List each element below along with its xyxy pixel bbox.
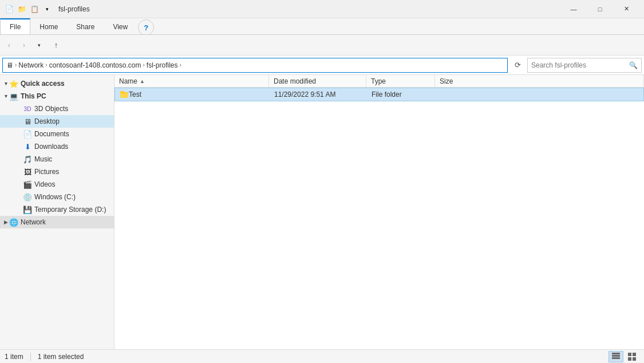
3d-objects-label: 3D Objects — [34, 105, 68, 113]
file-name: Test — [129, 90, 141, 98]
selected-count: 1 item selected — [38, 353, 84, 361]
sidebar-item-desktop[interactable]: 🖥 Desktop — [0, 115, 114, 128]
sort-name[interactable]: Name ▲ — [114, 75, 269, 87]
search-box[interactable]: 🔍 — [527, 58, 642, 73]
sidebar-item-windows-c[interactable]: 💿 Windows (C:) — [0, 191, 114, 203]
sort-type[interactable]: Type — [366, 75, 435, 87]
large-icons-view-button[interactable] — [625, 351, 639, 362]
title-bar: 📄 📁 📋 ▾ fsl-profiles — □ ✕ — [0, 0, 644, 18]
path-computer-icon[interactable]: 🖥 — [6, 61, 13, 69]
expand-arrow-quick-access: ▾ — [2, 80, 9, 87]
table-row[interactable]: Test 11/29/2022 9:51 AM File folder — [114, 88, 644, 101]
svg-rect-2 — [612, 357, 620, 359]
svg-rect-1 — [612, 355, 620, 357]
sidebar-item-videos[interactable]: 🎬 Videos — [0, 178, 114, 191]
network-icon: 🌐 — [9, 218, 18, 227]
expand-arrow-network: ▶ — [2, 219, 9, 226]
path-share[interactable]: fsl-profiles — [147, 61, 178, 69]
this-pc-icon: 💻 — [9, 92, 18, 101]
minimize-button[interactable]: — — [560, 0, 587, 18]
path-network[interactable]: Network — [18, 61, 44, 69]
file-name-cell: Test — [115, 90, 270, 99]
ribbon-tabs: File Home Share View ? — [0, 18, 644, 34]
file-type-cell: File folder — [367, 90, 436, 98]
svg-rect-5 — [628, 357, 631, 361]
downloads-icon: ⬇ — [23, 142, 32, 151]
maximize-button[interactable]: □ — [587, 0, 613, 18]
folder-icon — [120, 90, 129, 99]
forward-button[interactable]: › — [17, 37, 31, 53]
documents-label: Documents — [34, 130, 69, 138]
sidebar-item-temp-storage[interactable]: 💾 Temporary Storage (D:) — [0, 203, 114, 216]
downloads-label: Downloads — [34, 143, 68, 151]
back-button[interactable]: ‹ — [2, 37, 16, 53]
address-bar: 🖥 › Network › contosoanf-1408.contoso.co… — [0, 56, 644, 75]
tab-view[interactable]: View — [104, 18, 137, 34]
view-buttons — [609, 351, 639, 362]
sort-size[interactable]: Size — [435, 75, 644, 87]
up-button[interactable]: ↑ — [49, 37, 63, 53]
pictures-label: Pictures — [34, 168, 59, 176]
refresh-button[interactable]: ⟳ — [510, 58, 525, 73]
windows-c-label: Windows (C:) — [34, 193, 76, 201]
3d-objects-icon: 3D — [23, 104, 32, 113]
quick-access-icon: ⭐ — [9, 79, 18, 88]
quick-access-label: Quick access — [21, 80, 65, 88]
sidebar-item-pictures[interactable]: 🖼 Pictures — [0, 165, 114, 178]
svg-rect-6 — [633, 357, 636, 361]
file-list: Test 11/29/2022 9:51 AM File folder — [114, 88, 644, 349]
window-controls: — □ ✕ — [560, 0, 639, 18]
sort-arrow-name: ▲ — [140, 78, 145, 84]
tab-home[interactable]: Home — [30, 18, 67, 34]
svg-rect-0 — [612, 353, 620, 354]
music-label: Music — [34, 155, 52, 163]
sidebar-item-3d-objects[interactable]: 3D 3D Objects — [0, 102, 114, 115]
music-icon: 🎵 — [23, 155, 32, 164]
column-headers: Name ▲ Date modified Type Size — [114, 75, 644, 88]
sidebar-item-network[interactable]: ▶ 🌐 Network — [0, 216, 114, 228]
windows-c-icon: 💿 — [23, 192, 32, 202]
sidebar: ▾ ⭐ Quick access ▾ 💻 This PC 3D 3D Objec… — [0, 75, 114, 349]
videos-label: Videos — [34, 180, 55, 188]
close-button[interactable]: ✕ — [613, 0, 639, 18]
recent-locations-button[interactable]: ▾ — [32, 37, 46, 53]
large-icons-view-icon — [628, 353, 636, 361]
pictures-icon: 🖼 — [23, 167, 32, 176]
details-view-button[interactable] — [609, 351, 623, 362]
file-date-cell: 11/29/2022 9:51 AM — [270, 90, 367, 98]
svg-rect-4 — [633, 353, 636, 356]
status-separator — [30, 353, 31, 361]
item-count: 1 item — [5, 353, 23, 361]
address-path[interactable]: 🖥 › Network › contosoanf-1408.contoso.co… — [2, 58, 508, 73]
sort-date-modified[interactable]: Date modified — [269, 75, 366, 87]
sidebar-item-downloads[interactable]: ⬇ Downloads — [0, 140, 114, 153]
clipboard-icon: 📋 — [30, 5, 39, 14]
temp-storage-icon: 💾 — [23, 205, 32, 214]
main-area: ▾ ⭐ Quick access ▾ 💻 This PC 3D 3D Objec… — [0, 75, 644, 349]
window-title: fsl-profiles — [58, 5, 560, 13]
folder-icon-small: 📁 — [17, 5, 26, 14]
expand-arrow-this-pc: ▾ — [2, 93, 9, 100]
status-bar: 1 item 1 item selected — [0, 349, 644, 363]
sidebar-item-quick-access[interactable]: ▾ ⭐ Quick access — [0, 77, 114, 90]
search-icon: 🔍 — [629, 61, 638, 69]
customize-arrow-icon: ▾ — [42, 5, 52, 14]
sidebar-item-music[interactable]: 🎵 Music — [0, 153, 114, 165]
desktop-icon: 🖥 — [23, 117, 32, 126]
sidebar-item-this-pc[interactable]: ▾ 💻 This PC — [0, 90, 114, 102]
file-area: Name ▲ Date modified Type Size — [114, 75, 644, 349]
tab-file[interactable]: File — [0, 18, 30, 34]
sidebar-item-documents[interactable]: 📄 Documents — [0, 128, 114, 140]
help-button[interactable]: ? — [138, 19, 154, 35]
tab-share[interactable]: Share — [67, 18, 104, 34]
quick-access-icon: 📄 — [5, 5, 14, 14]
details-view-icon — [612, 353, 620, 361]
documents-icon: 📄 — [23, 129, 32, 139]
toolbar: ‹ › ▾ ↑ — [0, 35, 644, 56]
svg-rect-3 — [628, 353, 631, 356]
desktop-label: Desktop — [34, 117, 60, 125]
path-server[interactable]: contosoanf-1408.contoso.com — [49, 61, 141, 69]
search-input[interactable] — [531, 61, 629, 69]
title-bar-icons: 📄 📁 📋 ▾ — [5, 5, 52, 14]
ribbon: File Home Share View ? — [0, 18, 644, 35]
